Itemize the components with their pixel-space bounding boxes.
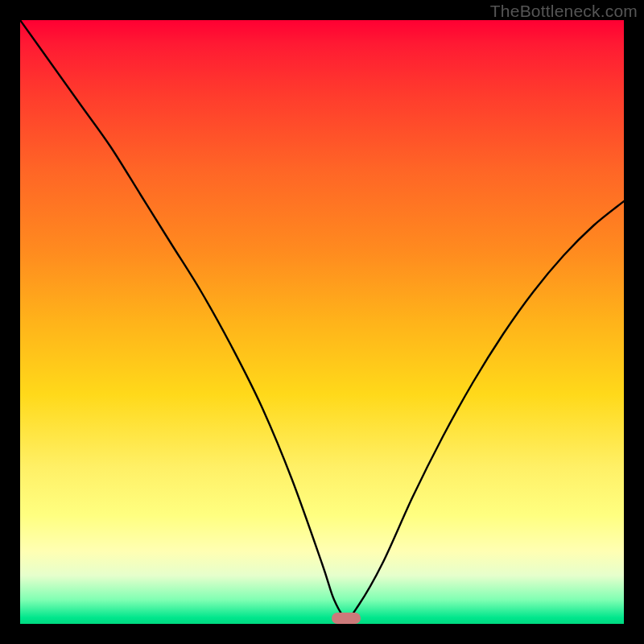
chart-frame: TheBottleneck.com	[0, 0, 644, 644]
bottleneck-curve	[20, 20, 624, 624]
watermark-text: TheBottleneck.com	[490, 2, 638, 21]
bottleneck-marker	[332, 613, 361, 624]
curve-path	[20, 20, 624, 618]
plot-area	[20, 20, 624, 624]
